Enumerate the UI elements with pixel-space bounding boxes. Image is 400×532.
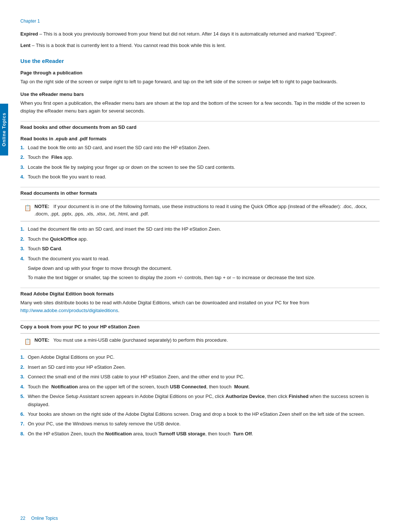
expired-label: Expired [20,31,38,37]
list-num-1: 1. [20,226,28,232]
list-num-5: 5. [20,394,28,399]
list-item: 4. Touch the document you want to read. [20,255,380,262]
expired-text: – This is a book you previously borrowed… [39,31,336,37]
list-text-3: Locate the book file by swiping your fin… [28,163,380,171]
subsubsection-epub-pdf: Read books in .epub and .pdf formats 1. … [20,136,380,181]
list-item: 2. Insert an SD card into your HP eStati… [20,363,380,371]
list-num-6: 6. [20,411,28,417]
expired-para: Expired – This is a book you previously … [20,30,380,38]
note-icon: 📋 [24,203,31,213]
footer-section-label: Online Topics [31,516,58,521]
subsection-page-through: Page through a publication Tap on the ri… [20,70,380,86]
list-num-3: 3. [20,164,28,170]
subsection-heading-page-through: Page through a publication [20,70,380,76]
list-num-2: 2. [20,236,28,242]
side-tab-label: Online Topics [1,113,7,146]
list-num-4: 4. [20,256,28,261]
list-num-1: 1. [20,354,28,360]
note-content: NOTE: If your document is in one of the … [34,203,376,218]
note-text-copy: You must use a mini-USB cable (purchased… [51,337,228,343]
list-item: 2. Touch the QuickOffice app. [20,235,380,243]
footer-page-number: 22 [20,516,25,521]
subsection-adobe-digital: Read Adobe Digital Edition book formats … [20,288,380,315]
para-menu-bars: When you first open a publication, the e… [20,99,380,115]
subsubsection-other-formats: Read documents in other formats 📋 NOTE: … [20,187,380,282]
list-text-1: Load the book file onto an SD card, and … [28,144,380,151]
note-icon-copy: 📋 [24,337,31,347]
lent-text: – This is a book that is currently lent … [32,43,226,48]
note-label: NOTE: [34,204,49,209]
list-num-4: 4. [20,174,28,180]
list-text-4: Touch the document you want to read. [28,255,380,262]
list-item: 3. Locate the book file by swiping your … [20,163,380,171]
list-text-8: On the HP eStation Zeen, touch the Notif… [28,430,380,438]
list-num-4: 4. [20,384,28,389]
list-num-3: 3. [20,374,28,379]
list-item: 8. On the HP eStation Zeen, touch the No… [20,430,380,438]
subsection-heading-adobe-digital: Read Adobe Digital Edition book formats [20,288,380,297]
lent-para: Lent – This is a book that is currently … [20,42,380,50]
list-text-3: Connect the small end of the mini USB ca… [28,373,380,381]
list-item: 5. When the Device Setup Assistant scree… [20,392,380,408]
list-item: 1. Load the document file onto an SD car… [20,225,380,233]
list-text-2: Touch the Files app. [28,153,380,161]
chapter-label: Chapter 1 [20,19,380,24]
subsection-sd-card: Read books and other documents from an S… [20,121,380,282]
list-text-3: Touch SD Card. [28,245,380,252]
list-item: 1. Open Adobe Digital Editions on your P… [20,353,380,361]
list-text-2: Insert an SD card into your HP eStation … [28,363,380,371]
side-tab: Online Topics [0,104,8,155]
note-content-copy: NOTE: You must use a mini-USB cable (pur… [34,337,376,344]
lent-label: Lent [20,43,30,48]
section-heading-use-ereader: Use the eReader [20,58,380,64]
list-text-7: On your PC, use the Windows menus to saf… [28,420,380,428]
indent-para-zoom: To make the text bigger or smaller, tap … [28,274,380,281]
adobe-link[interactable]: http://www.adobe.com/products/digitaledi… [20,308,118,313]
note-other-formats: 📋 NOTE: If your document is in one of th… [20,200,380,222]
list-item: 3. Touch SD Card. [20,245,380,252]
subsection-heading-menu-bars: Use the eReader menu bars [20,91,380,97]
para-adobe-digital: Many web sites distribute books to be re… [20,299,380,315]
list-item: 1. Load the book file onto an SD card, a… [20,144,380,151]
list-item: 7. On your PC, use the Windows menus to … [20,420,380,428]
subsection-heading-sd-card: Read books and other documents from an S… [20,121,380,130]
list-text-2: Touch the QuickOffice app. [28,235,380,243]
list-text-4: Touch the Notification area on the upper… [28,383,380,391]
list-item: 6. Your books are shown on the right sid… [20,410,380,418]
list-num-7: 7. [20,421,28,426]
list-num-1: 1. [20,145,28,150]
list-item: 4. Touch the Notification area on the up… [20,383,380,391]
main-content: Chapter 1 Expired – This is a book you p… [20,0,380,438]
subsubsection-heading-other-formats: Read documents in other formats [20,187,380,196]
subsection-menu-bars: Use the eReader menu bars When you first… [20,91,380,115]
list-num-3: 3. [20,246,28,251]
list-text-1: Load the document file onto an SD card, … [28,225,380,233]
list-item: 4. Touch the book file you want to read. [20,173,380,181]
para-page-through: Tap on the right side of the screen or s… [20,78,380,86]
subsubsection-heading-epub-pdf: Read books in .epub and .pdf formats [20,136,380,141]
list-text-4: Touch the book file you want to read. [28,173,380,181]
list-item: 3. Connect the small end of the mini USB… [20,373,380,381]
subsection-heading-copy-book: Copy a book from your PC to your HP eSta… [20,321,380,329]
list-text-1: Open Adobe Digital Editions on your PC. [28,353,380,361]
list-num-2: 2. [20,364,28,370]
list-num-8: 8. [20,431,28,436]
note-label-copy: NOTE: [34,337,49,343]
list-text-5: When the Device Setup Assistant screen a… [28,392,380,408]
list-text-6: Your books are shown on the right side o… [28,410,380,418]
section-use-ereader: Use the eReader Page through a publicati… [20,58,380,438]
note-copy-book: 📋 NOTE: You must use a mini-USB cable (p… [20,333,380,350]
list-num-2: 2. [20,154,28,160]
indent-para-swipe: Swipe down and up with your finger to mo… [28,264,380,272]
list-item: 2. Touch the Files app. [20,153,380,161]
page-container: Online Topics Chapter 1 Expired – This i… [0,0,400,532]
subsection-copy-book: Copy a book from your PC to your HP eSta… [20,321,380,438]
note-text: If your document is in one of the follow… [34,204,367,217]
footer: 22 Online Topics [20,516,380,521]
